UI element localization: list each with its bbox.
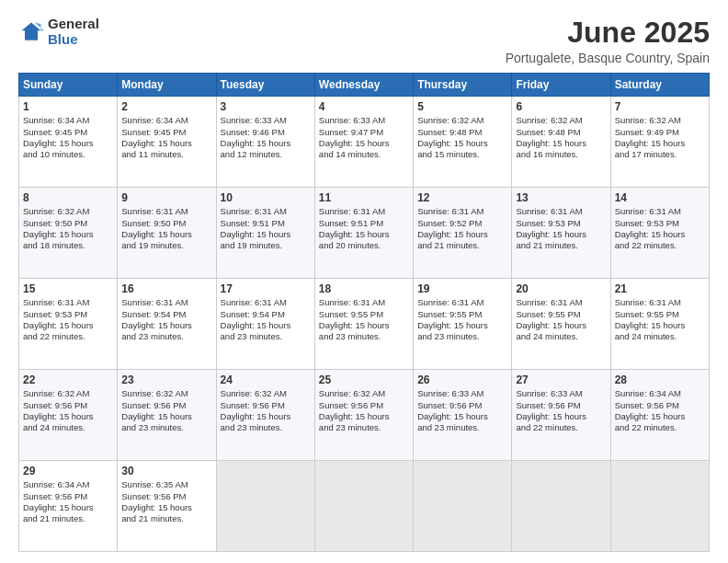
day-info: Sunrise: 6:33 AM Sunset: 9:46 PM Dayligh… [221,115,311,160]
day-info: Sunrise: 6:31 AM Sunset: 9:51 PM Dayligh… [221,206,311,251]
calendar-cell: 21Sunrise: 6:31 AM Sunset: 9:55 PM Dayli… [610,279,709,370]
day-number: 18 [319,282,409,296]
day-number: 4 [319,99,409,114]
calendar-cell [414,461,512,552]
day-info: Sunrise: 6:31 AM Sunset: 9:51 PM Dayligh… [319,206,409,251]
calendar-cell: 4Sunrise: 6:33 AM Sunset: 9:47 PM Daylig… [314,97,413,188]
calendar-cell: 2Sunrise: 6:34 AM Sunset: 9:45 PM Daylig… [118,97,216,188]
main-title: June 2025 [506,17,710,49]
calendar-cell: 7Sunrise: 6:32 AM Sunset: 9:49 PM Daylig… [610,97,709,188]
header: General Blue June 2025 Portugalete, Basq… [18,17,710,65]
weekday-header-wednesday: Wednesday [314,74,413,97]
calendar-cell: 6Sunrise: 6:32 AM Sunset: 9:48 PM Daylig… [512,97,610,188]
day-number: 21 [615,282,705,296]
calendar-week-2: 8Sunrise: 6:32 AM Sunset: 9:50 PM Daylig… [19,188,710,279]
subtitle: Portugalete, Basque Country, Spain [506,51,710,65]
day-number: 24 [221,373,311,387]
day-number: 17 [221,282,311,296]
day-number: 28 [615,373,705,387]
calendar-week-5: 29Sunrise: 6:34 AM Sunset: 9:56 PM Dayli… [19,461,710,552]
weekday-header-monday: Monday [118,74,216,97]
calendar-body: 1Sunrise: 6:34 AM Sunset: 9:45 PM Daylig… [19,97,710,552]
day-info: Sunrise: 6:31 AM Sunset: 9:53 PM Dayligh… [23,297,113,342]
day-number: 29 [23,464,113,478]
day-info: Sunrise: 6:32 AM Sunset: 9:56 PM Dayligh… [221,388,311,433]
day-info: Sunrise: 6:34 AM Sunset: 9:45 PM Dayligh… [23,115,113,160]
weekday-header-sunday: Sunday [19,74,118,97]
day-info: Sunrise: 6:32 AM Sunset: 9:48 PM Dayligh… [516,115,606,160]
day-info: Sunrise: 6:31 AM Sunset: 9:55 PM Dayligh… [417,297,507,342]
calendar-cell: 8Sunrise: 6:32 AM Sunset: 9:50 PM Daylig… [19,188,118,279]
day-number: 5 [417,99,507,114]
calendar-cell: 14Sunrise: 6:31 AM Sunset: 9:53 PM Dayli… [610,188,709,279]
logo-icon [18,19,44,45]
day-number: 20 [516,282,606,296]
day-info: Sunrise: 6:34 AM Sunset: 9:45 PM Dayligh… [121,115,211,160]
day-number: 12 [417,190,507,205]
calendar-cell: 1Sunrise: 6:34 AM Sunset: 9:45 PM Daylig… [19,97,118,188]
day-info: Sunrise: 6:32 AM Sunset: 9:56 PM Dayligh… [319,388,409,433]
calendar-cell: 15Sunrise: 6:31 AM Sunset: 9:53 PM Dayli… [19,279,118,370]
calendar-cell: 23Sunrise: 6:32 AM Sunset: 9:56 PM Dayli… [118,370,216,461]
day-info: Sunrise: 6:32 AM Sunset: 9:56 PM Dayligh… [121,388,211,433]
calendar-header: SundayMondayTuesdayWednesdayThursdayFrid… [19,74,710,97]
day-info: Sunrise: 6:33 AM Sunset: 9:47 PM Dayligh… [319,115,409,160]
day-number: 7 [615,99,705,114]
calendar-cell: 18Sunrise: 6:31 AM Sunset: 9:55 PM Dayli… [314,279,413,370]
day-info: Sunrise: 6:32 AM Sunset: 9:49 PM Dayligh… [615,115,705,160]
calendar-cell [314,461,413,552]
day-info: Sunrise: 6:31 AM Sunset: 9:55 PM Dayligh… [319,297,409,342]
calendar-cell [216,461,314,552]
calendar-cell: 26Sunrise: 6:33 AM Sunset: 9:56 PM Dayli… [414,370,512,461]
day-number: 16 [121,282,211,296]
day-info: Sunrise: 6:31 AM Sunset: 9:54 PM Dayligh… [221,297,311,342]
day-number: 13 [516,190,606,205]
day-info: Sunrise: 6:33 AM Sunset: 9:56 PM Dayligh… [516,388,606,433]
weekday-header-thursday: Thursday [414,74,512,97]
calendar-cell: 25Sunrise: 6:32 AM Sunset: 9:56 PM Dayli… [314,370,413,461]
page: General Blue June 2025 Portugalete, Basq… [0,0,728,563]
day-number: 22 [23,373,113,387]
day-info: Sunrise: 6:31 AM Sunset: 9:55 PM Dayligh… [615,297,705,342]
logo-blue-text: Blue [48,32,99,48]
weekday-header-friday: Friday [512,74,610,97]
day-info: Sunrise: 6:33 AM Sunset: 9:56 PM Dayligh… [417,388,507,433]
calendar-cell: 12Sunrise: 6:31 AM Sunset: 9:52 PM Dayli… [414,188,512,279]
day-info: Sunrise: 6:34 AM Sunset: 9:56 PM Dayligh… [615,388,705,433]
calendar-cell: 16Sunrise: 6:31 AM Sunset: 9:54 PM Dayli… [118,279,216,370]
day-number: 14 [615,190,705,205]
calendar-cell: 13Sunrise: 6:31 AM Sunset: 9:53 PM Dayli… [512,188,610,279]
day-info: Sunrise: 6:32 AM Sunset: 9:48 PM Dayligh… [417,115,507,160]
day-info: Sunrise: 6:31 AM Sunset: 9:50 PM Dayligh… [121,206,211,251]
day-number: 8 [23,190,113,205]
weekday-header-saturday: Saturday [610,74,709,97]
calendar-cell: 20Sunrise: 6:31 AM Sunset: 9:55 PM Dayli… [512,279,610,370]
calendar-week-4: 22Sunrise: 6:32 AM Sunset: 9:56 PM Dayli… [19,370,710,461]
calendar-week-1: 1Sunrise: 6:34 AM Sunset: 9:45 PM Daylig… [19,97,710,188]
calendar-cell: 11Sunrise: 6:31 AM Sunset: 9:51 PM Dayli… [314,188,413,279]
calendar-cell [610,461,709,552]
day-number: 2 [121,99,211,114]
calendar-cell [512,461,610,552]
day-number: 30 [121,464,211,478]
calendar-cell: 10Sunrise: 6:31 AM Sunset: 9:51 PM Dayli… [216,188,314,279]
weekday-row: SundayMondayTuesdayWednesdayThursdayFrid… [19,74,710,97]
day-number: 1 [23,99,113,114]
calendar-cell: 24Sunrise: 6:32 AM Sunset: 9:56 PM Dayli… [216,370,314,461]
calendar-cell: 27Sunrise: 6:33 AM Sunset: 9:56 PM Dayli… [512,370,610,461]
day-number: 3 [221,99,311,114]
calendar-cell: 29Sunrise: 6:34 AM Sunset: 9:56 PM Dayli… [19,461,118,552]
calendar-week-3: 15Sunrise: 6:31 AM Sunset: 9:53 PM Dayli… [19,279,710,370]
calendar-cell: 3Sunrise: 6:33 AM Sunset: 9:46 PM Daylig… [216,97,314,188]
day-number: 11 [319,190,409,205]
day-info: Sunrise: 6:34 AM Sunset: 9:56 PM Dayligh… [23,479,113,524]
day-info: Sunrise: 6:32 AM Sunset: 9:56 PM Dayligh… [23,388,113,433]
day-number: 23 [121,373,211,387]
day-number: 19 [417,282,507,296]
day-number: 10 [221,190,311,205]
calendar-cell: 30Sunrise: 6:35 AM Sunset: 9:56 PM Dayli… [118,461,216,552]
day-number: 26 [417,373,507,387]
calendar-cell: 28Sunrise: 6:34 AM Sunset: 9:56 PM Dayli… [610,370,709,461]
logo-general-text: General [48,17,99,32]
day-info: Sunrise: 6:35 AM Sunset: 9:56 PM Dayligh… [121,479,211,524]
